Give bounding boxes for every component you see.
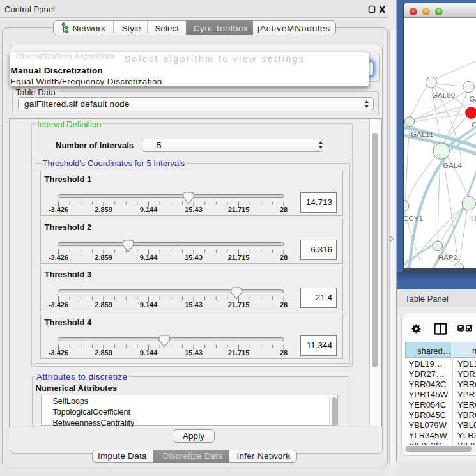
svg-text:GAL4: GAL4 <box>443 161 462 169</box>
svg-text:28: 28 <box>279 301 287 309</box>
svg-text:15.43: 15.43 <box>185 349 203 357</box>
svg-text:9.144: 9.144 <box>139 301 157 309</box>
svg-text:21.715: 21.715 <box>227 206 249 213</box>
svg-text:H: H <box>471 213 476 222</box>
svg-text:GAL80: GAL80 <box>432 90 455 98</box>
svg-text:21.715: 21.715 <box>227 301 249 309</box>
svg-text:-3.426: -3.426 <box>48 206 68 213</box>
svg-text:15.43: 15.43 <box>185 206 203 213</box>
svg-text:9.144: 9.144 <box>139 206 157 213</box>
svg-text:GAL11: GAL11 <box>411 129 433 137</box>
svg-text:15.43: 15.43 <box>185 301 203 309</box>
svg-text:2.859: 2.859 <box>95 254 112 261</box>
svg-text:HAP2: HAP2 <box>438 253 457 261</box>
svg-text:GCY1: GCY1 <box>404 214 423 222</box>
svg-text:28: 28 <box>279 254 287 261</box>
svg-text:28: 28 <box>279 206 287 213</box>
svg-text:28: 28 <box>279 349 287 357</box>
svg-text:2.859: 2.859 <box>95 349 112 357</box>
svg-text:21.715: 21.715 <box>227 254 249 261</box>
svg-text:9.144: 9.144 <box>139 349 157 357</box>
svg-text:2.859: 2.859 <box>95 206 112 213</box>
svg-text:15.43: 15.43 <box>185 254 203 261</box>
svg-text:9.144: 9.144 <box>139 254 157 261</box>
svg-text:2.859: 2.859 <box>95 301 112 309</box>
svg-text:21.715: 21.715 <box>227 349 249 357</box>
svg-text:C: C <box>472 120 476 128</box>
svg-text:GA: GA <box>470 95 476 103</box>
svg-text:-3.426: -3.426 <box>48 254 68 261</box>
svg-text:-3.426: -3.426 <box>48 349 68 357</box>
svg-text:-3.426: -3.426 <box>48 301 68 309</box>
